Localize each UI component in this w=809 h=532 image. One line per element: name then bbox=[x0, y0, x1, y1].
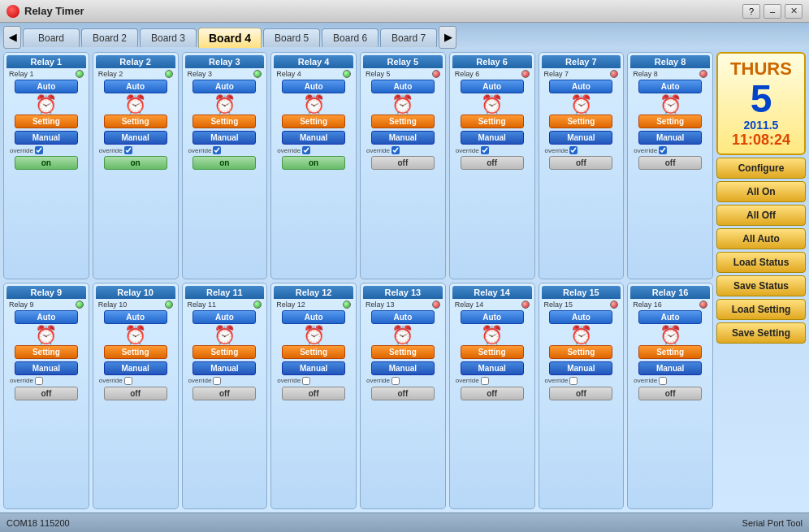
relay-setting-btn-3[interactable]: Setting bbox=[193, 115, 256, 128]
relay-override-check-2[interactable] bbox=[124, 146, 132, 154]
relay-auto-btn-2[interactable]: Auto bbox=[104, 80, 167, 93]
relay-state-btn-8[interactable]: off bbox=[638, 156, 702, 170]
relay-auto-btn-14[interactable]: Auto bbox=[461, 310, 524, 324]
relay-auto-btn-7[interactable]: Auto bbox=[549, 80, 612, 93]
load-setting-button[interactable]: Load Setting bbox=[716, 299, 806, 320]
relay-state-btn-2[interactable]: on bbox=[104, 156, 167, 170]
relay-auto-btn-8[interactable]: Auto bbox=[638, 80, 702, 93]
tab-board3[interactable]: Board 3 bbox=[140, 28, 197, 47]
relay-state-btn-15[interactable]: off bbox=[549, 387, 612, 400]
all-off-button[interactable]: All Off bbox=[716, 205, 806, 226]
relay-state-btn-13[interactable]: off bbox=[371, 387, 435, 400]
relay-auto-btn-1[interactable]: Auto bbox=[15, 80, 78, 93]
load-status-button[interactable]: Load Status bbox=[716, 252, 806, 273]
relay-override-check-1[interactable] bbox=[35, 146, 43, 154]
tab-next-button[interactable]: ▶ bbox=[439, 26, 456, 49]
relay-override-check-11[interactable] bbox=[213, 377, 221, 385]
tab-board2[interactable]: Board 2 bbox=[81, 28, 138, 47]
relay-auto-btn-5[interactable]: Auto bbox=[371, 80, 435, 93]
relay-override-check-8[interactable] bbox=[659, 146, 667, 154]
tab-board1[interactable]: Board bbox=[23, 28, 80, 47]
relay-auto-btn-4[interactable]: Auto bbox=[282, 80, 345, 93]
relay-manual-btn-10[interactable]: Manual bbox=[104, 361, 167, 375]
relay-auto-btn-11[interactable]: Auto bbox=[193, 310, 256, 324]
relay-manual-btn-12[interactable]: Manual bbox=[282, 361, 345, 375]
relay-auto-btn-15[interactable]: Auto bbox=[549, 310, 612, 324]
all-on-button[interactable]: All On bbox=[716, 181, 806, 202]
relay-manual-btn-4[interactable]: Manual bbox=[282, 131, 345, 145]
relay-state-btn-12[interactable]: off bbox=[282, 387, 345, 400]
relay-manual-btn-7[interactable]: Manual bbox=[549, 131, 612, 145]
relay-setting-btn-2[interactable]: Setting bbox=[104, 115, 167, 128]
save-setting-button[interactable]: Save Setting bbox=[716, 322, 806, 344]
relay-manual-btn-13[interactable]: Manual bbox=[371, 361, 435, 375]
tab-prev-button[interactable]: ◀ bbox=[3, 26, 21, 49]
relay-override-check-9[interactable] bbox=[35, 377, 43, 385]
relay-setting-btn-8[interactable]: Setting bbox=[638, 115, 702, 128]
relay-state-btn-3[interactable]: on bbox=[193, 156, 256, 170]
tab-board6[interactable]: Board 6 bbox=[322, 28, 379, 47]
relay-state-btn-9[interactable]: off bbox=[15, 387, 78, 400]
relay-state-btn-6[interactable]: off bbox=[461, 156, 524, 170]
relay-setting-btn-6[interactable]: Setting bbox=[461, 115, 524, 128]
tab-board5[interactable]: Board 5 bbox=[263, 28, 320, 47]
relay-manual-btn-2[interactable]: Manual bbox=[104, 131, 167, 145]
relay-auto-btn-12[interactable]: Auto bbox=[282, 310, 345, 324]
relay-auto-btn-6[interactable]: Auto bbox=[461, 80, 524, 93]
relay-manual-btn-6[interactable]: Manual bbox=[461, 131, 524, 145]
relay-setting-btn-11[interactable]: Setting bbox=[193, 345, 256, 359]
relay-override-check-10[interactable] bbox=[124, 377, 132, 385]
relay-manual-btn-1[interactable]: Manual bbox=[15, 131, 78, 145]
relay-setting-btn-16[interactable]: Setting bbox=[638, 345, 702, 359]
relay-setting-btn-10[interactable]: Setting bbox=[104, 345, 167, 359]
relay-override-check-4[interactable] bbox=[302, 146, 310, 154]
relay-auto-btn-13[interactable]: Auto bbox=[371, 310, 435, 324]
relay-state-btn-4[interactable]: on bbox=[282, 156, 345, 170]
relay-override-check-15[interactable] bbox=[569, 377, 578, 385]
relay-state-btn-7[interactable]: off bbox=[549, 156, 612, 170]
relay-state-btn-1[interactable]: on bbox=[15, 156, 78, 170]
relay-auto-btn-9[interactable]: Auto bbox=[15, 310, 78, 324]
relay-setting-btn-9[interactable]: Setting bbox=[15, 345, 78, 359]
relay-manual-btn-3[interactable]: Manual bbox=[193, 131, 256, 145]
relay-manual-btn-8[interactable]: Manual bbox=[638, 131, 702, 145]
relay-manual-btn-9[interactable]: Manual bbox=[15, 361, 78, 375]
tab-board7[interactable]: Board 7 bbox=[380, 28, 437, 47]
relay-manual-btn-15[interactable]: Manual bbox=[549, 361, 612, 375]
relay-setting-btn-1[interactable]: Setting bbox=[15, 115, 78, 128]
relay-override-check-7[interactable] bbox=[569, 146, 578, 154]
relay-override-check-13[interactable] bbox=[392, 377, 400, 385]
tab-board4[interactable]: Board 4 bbox=[198, 28, 262, 48]
relay-auto-btn-10[interactable]: Auto bbox=[104, 310, 167, 324]
relay-override-check-5[interactable] bbox=[392, 146, 400, 154]
relay-setting-btn-5[interactable]: Setting bbox=[371, 115, 435, 128]
relay-override-check-12[interactable] bbox=[302, 377, 310, 385]
relay-setting-btn-14[interactable]: Setting bbox=[461, 345, 524, 359]
relay-state-btn-11[interactable]: off bbox=[193, 387, 256, 400]
relay-state-btn-14[interactable]: off bbox=[461, 387, 524, 400]
relay-override-check-3[interactable] bbox=[213, 146, 221, 154]
close-button[interactable]: ✕ bbox=[785, 4, 803, 19]
relay-setting-btn-15[interactable]: Setting bbox=[549, 345, 612, 359]
relay-state-btn-16[interactable]: off bbox=[638, 387, 702, 400]
relay-manual-btn-14[interactable]: Manual bbox=[461, 361, 524, 375]
relay-setting-btn-4[interactable]: Setting bbox=[282, 115, 345, 128]
relay-state-btn-5[interactable]: off bbox=[371, 156, 435, 170]
relay-setting-btn-12[interactable]: Setting bbox=[282, 345, 345, 359]
relay-setting-btn-13[interactable]: Setting bbox=[371, 345, 435, 359]
configure-button[interactable]: Configure bbox=[716, 158, 806, 179]
relay-manual-btn-11[interactable]: Manual bbox=[193, 361, 256, 375]
all-auto-button[interactable]: All Auto bbox=[716, 228, 806, 249]
relay-override-check-6[interactable] bbox=[481, 146, 489, 154]
relay-override-check-16[interactable] bbox=[659, 377, 667, 385]
relay-manual-btn-16[interactable]: Manual bbox=[638, 361, 702, 375]
minimize-button[interactable]: – bbox=[764, 4, 781, 19]
relay-auto-btn-16[interactable]: Auto bbox=[638, 310, 702, 324]
relay-setting-btn-7[interactable]: Setting bbox=[549, 115, 612, 128]
relay-override-check-14[interactable] bbox=[481, 377, 489, 385]
relay-manual-btn-5[interactable]: Manual bbox=[371, 131, 435, 145]
relay-auto-btn-3[interactable]: Auto bbox=[193, 80, 256, 93]
save-status-button[interactable]: Save Status bbox=[716, 275, 806, 296]
help-button[interactable]: ? bbox=[742, 4, 760, 19]
relay-state-btn-10[interactable]: off bbox=[104, 387, 167, 400]
